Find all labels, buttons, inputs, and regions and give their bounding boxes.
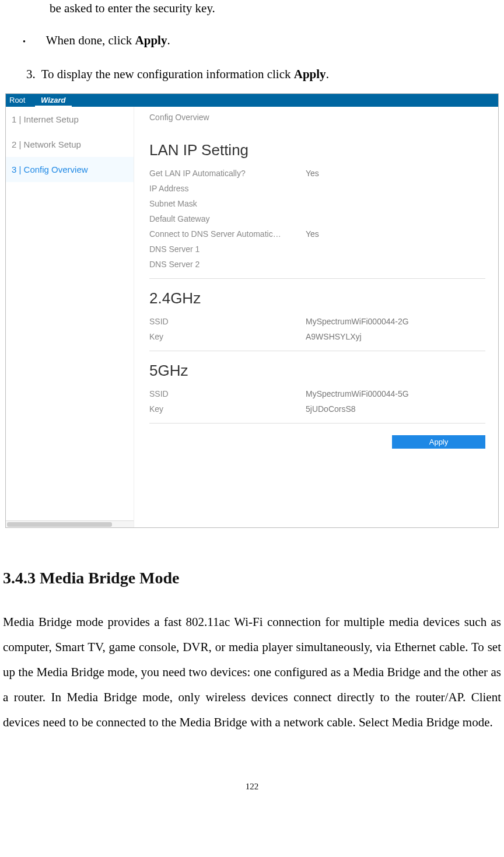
config-value: MySpectrumWiFi000044-5G bbox=[306, 389, 409, 398]
config-row: Default Gateway bbox=[149, 214, 485, 223]
apply-button[interactable]: Apply bbox=[392, 435, 485, 449]
num-bold: Apply bbox=[294, 67, 326, 81]
config-value: Yes bbox=[306, 229, 319, 239]
config-row: SSIDMySpectrumWiFi000044-2G bbox=[149, 317, 485, 326]
config-label: Get LAN IP Automatically? bbox=[149, 169, 306, 178]
num-text-before: To display the new configuration informa… bbox=[41, 67, 294, 81]
config-label: SSID bbox=[149, 389, 306, 398]
config-label: Connect to DNS Server Automatic… bbox=[149, 229, 306, 239]
config-row: IP Address bbox=[149, 184, 485, 193]
sidebar-item-2[interactable]: 3 | Config Overview bbox=[6, 157, 134, 182]
config-value: Yes bbox=[306, 169, 319, 178]
ss-sidebar: 1 | Internet Setup2 | Network Setup3 | C… bbox=[6, 107, 134, 527]
bullet-item: When done, click Apply. bbox=[50, 32, 501, 49]
config-row: SSIDMySpectrumWiFi000044-5G bbox=[149, 389, 485, 398]
bullet-bold: Apply bbox=[135, 33, 167, 47]
numbered-item: 3.To display the new configuration infor… bbox=[26, 66, 501, 83]
config-label: Key bbox=[149, 332, 306, 341]
ss-header-spacer bbox=[72, 94, 499, 107]
config-label: DNS Server 2 bbox=[149, 260, 306, 269]
config-label: SSID bbox=[149, 317, 306, 326]
config-row: Connect to DNS Server Automatic…Yes bbox=[149, 229, 485, 239]
config-value: MySpectrumWiFi000044-2G bbox=[306, 317, 409, 326]
section-title: 2.4GHz bbox=[149, 289, 485, 307]
bullet-text-after: . bbox=[167, 33, 170, 47]
config-row: DNS Server 2 bbox=[149, 260, 485, 269]
bullet-text-before: When done, click bbox=[46, 33, 135, 47]
ss-main: Config Overview LAN IP SettingGet LAN IP… bbox=[134, 107, 498, 527]
continuation-line: be asked to enter the security key. bbox=[50, 0, 501, 17]
sidebar-item-0[interactable]: 1 | Internet Setup bbox=[6, 107, 134, 132]
config-row: Key5jUDoCorsS8 bbox=[149, 404, 485, 414]
sidebar-item-1[interactable]: 2 | Network Setup bbox=[6, 132, 134, 157]
config-label: DNS Server 1 bbox=[149, 244, 306, 254]
config-row: DNS Server 1 bbox=[149, 244, 485, 254]
config-label: IP Address bbox=[149, 184, 306, 193]
config-label: Key bbox=[149, 404, 306, 414]
page-number: 122 bbox=[3, 782, 501, 792]
config-row: Subnet Mask bbox=[149, 199, 485, 208]
ss-breadcrumb: Config Overview bbox=[149, 107, 485, 131]
section-heading: 3.4.3 Media Bridge Mode bbox=[3, 569, 501, 587]
section-divider bbox=[149, 423, 485, 424]
config-row: Get LAN IP Automatically?Yes bbox=[149, 169, 485, 178]
embedded-screenshot: Root Wizard 1 | Internet Setup2 | Networ… bbox=[5, 93, 499, 528]
section-title: LAN IP Setting bbox=[149, 141, 485, 159]
ss-sidebar-scrollbar[interactable] bbox=[6, 520, 134, 527]
ss-wizard-tab[interactable]: Wizard bbox=[35, 94, 72, 107]
ss-root-link[interactable]: Root bbox=[6, 94, 35, 107]
config-label: Default Gateway bbox=[149, 214, 306, 223]
config-value: 5jUDoCorsS8 bbox=[306, 404, 356, 414]
section-title: 5GHz bbox=[149, 362, 485, 380]
body-paragraph: Media Bridge mode provides a fast 802.11… bbox=[3, 610, 501, 735]
config-label: Subnet Mask bbox=[149, 199, 306, 208]
config-row: KeyA9WSHSYLXyj bbox=[149, 332, 485, 341]
section-divider bbox=[149, 278, 485, 279]
ss-header: Root Wizard bbox=[6, 94, 498, 107]
config-value: A9WSHSYLXyj bbox=[306, 332, 362, 341]
num-text-after: . bbox=[326, 67, 329, 81]
section-divider bbox=[149, 351, 485, 351]
num-marker: 3. bbox=[26, 67, 36, 81]
